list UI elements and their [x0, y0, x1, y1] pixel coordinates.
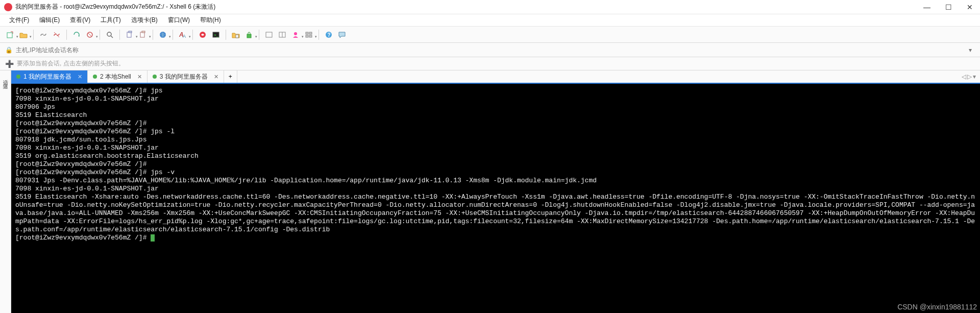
svg-rect-16 [236, 35, 238, 38]
svg-line-3 [88, 33, 91, 36]
menu-bar: 文件(F) 编辑(E) 查看(V) 工具(T) 选项卡(B) 窗口(W) 帮助(… [0, 14, 980, 27]
svg-point-21 [294, 32, 297, 35]
font-icon[interactable]: AA▾ [178, 30, 188, 40]
svg-rect-9 [142, 31, 145, 33]
svg-line-5 [111, 36, 113, 38]
tab-close-icon[interactable]: ✕ [78, 74, 82, 80]
open-folder-icon[interactable]: ▾ [18, 30, 29, 40]
menu-view[interactable]: 查看(V) [66, 15, 94, 26]
menu-window[interactable]: 窗口(W) [164, 15, 194, 26]
menu-tools[interactable]: 工具(T) [96, 15, 125, 26]
tab-label: 1 我的阿里服务器 [23, 73, 71, 81]
svg-rect-23 [309, 32, 312, 34]
window-titlebar: 我的阿里服务器 - root@iZwz9evxymdqdwx0v7e56mZ:/… [0, 0, 980, 14]
tile-icon[interactable]: ▾ [304, 30, 314, 40]
layout-1-icon[interactable] [264, 30, 274, 40]
layout-2-icon[interactable] [277, 30, 287, 40]
window-title: 我的阿里服务器 - root@iZwz9evxymdqdwx0v7e56mZ:/… [15, 3, 921, 11]
swirl-icon[interactable] [198, 30, 208, 40]
svg-text:A: A [183, 34, 186, 39]
address-bar: 🔒 ▾ [0, 43, 980, 57]
svg-rect-24 [306, 35, 308, 37]
link-icon[interactable] [38, 30, 48, 40]
chat-icon[interactable] [337, 30, 347, 40]
svg-rect-17 [247, 34, 251, 38]
svg-rect-0 [7, 33, 12, 38]
svg-rect-7 [129, 31, 132, 33]
menu-edit[interactable]: 编辑(E) [35, 15, 64, 26]
maximize-button[interactable]: ☐ [942, 3, 954, 11]
unlink-icon[interactable] [52, 30, 62, 40]
svg-text:?: ? [328, 32, 331, 38]
folder-doc-icon[interactable] [231, 30, 241, 40]
paste-icon[interactable]: ▾ [138, 30, 148, 40]
lock-toggle-icon[interactable]: ▾ [244, 30, 254, 40]
tab-3[interactable]: 3 我的阿里服务器 ✕ [148, 70, 224, 83]
toolbar: ▾ ▾ ▾ ▾ ▾ ▾ AA▾ >_ ▾ ▾ ▾ ? [0, 27, 980, 43]
terminal-cursor [151, 234, 155, 242]
tab-label: 3 我的阿里服务器 [160, 73, 208, 81]
svg-rect-25 [309, 35, 312, 37]
hint-text: 要添加当前会话, 点击左侧的箭头按钮。 [17, 59, 125, 68]
hint-bar: ➕ 要添加当前会话, 点击左侧的箭头按钮。 [0, 57, 980, 70]
svg-point-4 [107, 32, 111, 36]
minimize-button[interactable]: — [921, 3, 933, 11]
tab-nav-left-icon[interactable]: ◁ [962, 73, 966, 80]
user-icon[interactable]: ▾ [290, 30, 301, 40]
disconnect-icon[interactable]: ▾ [85, 30, 95, 40]
terminal-icon[interactable]: >_ [211, 30, 221, 40]
menu-help[interactable]: 帮助(H) [196, 15, 225, 26]
terminal-output[interactable]: [root@iZwz9evxymdqdwx0v7e56mZ /]# jps 70… [11, 84, 980, 313]
lock-icon: 🔒 [5, 46, 13, 54]
copy-icon[interactable]: ▾ [125, 30, 135, 40]
tab-strip: 1 我的阿里服务器 ✕ 2 本地Shell ✕ 3 我的阿里服务器 ✕ + ◁ … [11, 70, 980, 84]
menu-tabs[interactable]: 选项卡(B) [127, 15, 162, 26]
menu-file[interactable]: 文件(F) [5, 15, 33, 26]
svg-rect-18 [266, 32, 272, 37]
left-rail: 会话 隧道 [0, 70, 11, 313]
new-session-icon[interactable]: ▾ [5, 30, 15, 40]
tab-nav-right-icon[interactable]: ▷ [967, 73, 972, 80]
status-dot-icon [16, 75, 20, 79]
search-icon[interactable] [105, 30, 115, 40]
add-session-icon[interactable]: ➕ [5, 60, 14, 68]
tab-nav-menu-icon[interactable]: ▾ [973, 73, 976, 80]
refresh-icon[interactable] [71, 30, 82, 40]
help-icon[interactable]: ? [324, 30, 334, 40]
tab-close-icon[interactable]: ✕ [214, 74, 218, 80]
tab-label: 2 本地Shell [100, 73, 131, 81]
globe-icon[interactable]: ▾ [158, 30, 168, 40]
svg-text:>_: >_ [214, 33, 219, 37]
tab-1[interactable]: 1 我的阿里服务器 ✕ [11, 70, 88, 83]
app-icon [4, 3, 12, 11]
tab-2[interactable]: 2 本地Shell ✕ [88, 70, 148, 83]
add-tab-button[interactable]: + [224, 70, 237, 83]
svg-rect-22 [306, 32, 308, 34]
address-dropdown-icon[interactable]: ▾ [966, 46, 975, 54]
tab-close-icon[interactable]: ✕ [137, 74, 142, 80]
address-input[interactable] [16, 46, 966, 54]
close-button[interactable]: ✕ [964, 3, 976, 11]
status-dot-icon [93, 75, 97, 79]
status-dot-icon [153, 75, 157, 79]
